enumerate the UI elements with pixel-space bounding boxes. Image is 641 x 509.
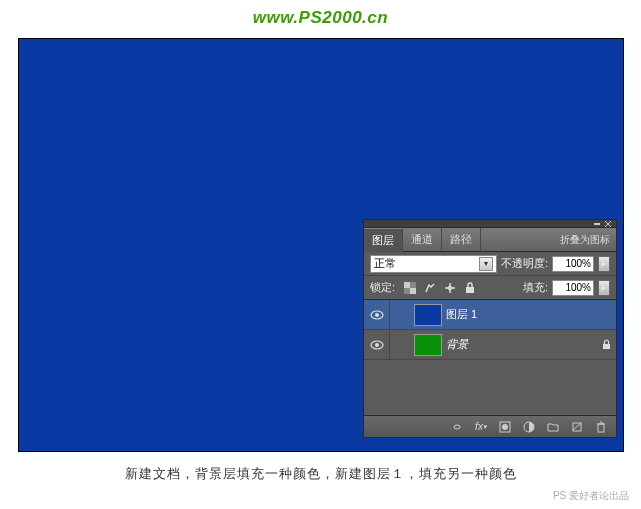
layer-row[interactable]: 背景 [364,330,616,360]
chevron-down-icon: ▾ [479,257,493,271]
lock-icon [596,339,616,350]
opacity-input[interactable]: 100% [552,256,594,272]
blend-mode-select[interactable]: 正常 ▾ [370,255,497,273]
watermark-text: www.PS2000.cn [253,8,388,28]
blend-mode-value: 正常 [374,256,396,271]
layer-thumbnail[interactable] [414,304,442,326]
collapse-to-icon[interactable]: 折叠为图标 [554,233,616,247]
panel-footer: fx▾ [364,415,616,437]
layer-name[interactable]: 背景 [446,337,596,352]
layers-list: 图层 1 背景 [364,300,616,415]
adjustment-icon[interactable] [522,420,536,434]
mask-icon[interactable] [498,420,512,434]
blend-opacity-row: 正常 ▾ 不透明度: 100% ▸ [364,252,616,276]
svg-point-15 [502,424,508,430]
lock-icons [403,281,477,295]
close-icon[interactable] [604,221,612,227]
visibility-toggle[interactable] [364,330,390,359]
lock-label: 锁定: [370,280,395,295]
minimize-icon[interactable] [593,221,601,227]
tutorial-caption: 新建文档，背景层填充一种颜色，新建图层１，填充另一种颜色 [0,465,641,483]
eye-icon [370,310,384,320]
lock-all-icon[interactable] [463,281,477,295]
svg-rect-4 [410,288,416,294]
tab-paths[interactable]: 路径 [442,228,481,251]
new-layer-icon[interactable] [570,420,584,434]
opacity-label: 不透明度: [501,256,548,271]
visibility-toggle[interactable] [364,300,390,329]
link-layers-icon[interactable] [450,420,464,434]
lock-position-icon[interactable] [443,281,457,295]
svg-rect-8 [466,287,474,293]
fill-input[interactable]: 100% [552,280,594,296]
fill-label: 填充: [523,280,548,295]
lock-pixels-icon[interactable] [423,281,437,295]
panel-tabs: 图层 通道 路径 折叠为图标 [364,228,616,252]
svg-rect-3 [404,282,410,288]
lock-transparency-icon[interactable] [403,281,417,295]
layer-name[interactable]: 图层 1 [446,307,596,322]
tab-channels[interactable]: 通道 [403,228,442,251]
svg-rect-13 [603,344,610,349]
credit-text: PS 爱好者论出品 [553,489,629,503]
layer-row[interactable]: 图层 1 [364,300,616,330]
opacity-slider-button[interactable]: ▸ [598,256,610,272]
svg-rect-0 [594,223,600,225]
folder-icon[interactable] [546,420,560,434]
svg-rect-6 [404,288,410,294]
lock-fill-row: 锁定: 填充: 100% ▸ [364,276,616,300]
trash-icon[interactable] [594,420,608,434]
tab-layers[interactable]: 图层 [364,228,403,252]
layer-thumbnail[interactable] [414,334,442,356]
svg-rect-5 [410,282,416,288]
svg-point-12 [375,343,379,347]
fill-slider-button[interactable]: ▸ [598,280,610,296]
svg-point-10 [375,313,379,317]
eye-icon [370,340,384,350]
svg-rect-18 [598,424,604,432]
layers-panel: 图层 通道 路径 折叠为图标 正常 ▾ 不透明度: 100% ▸ 锁定: 填充:… [363,219,617,438]
fx-icon[interactable]: fx▾ [474,420,488,434]
